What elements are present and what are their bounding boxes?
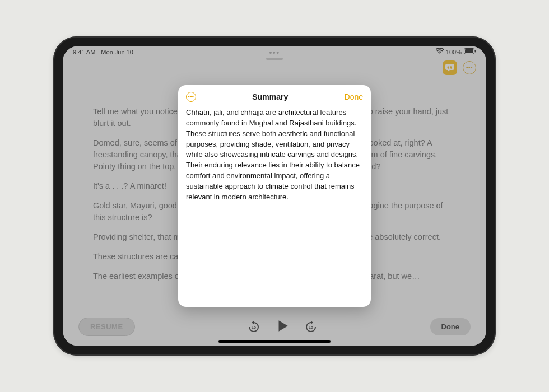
ipad-frame: 9:41 AM Mon Jun 10 100% ••• ••• (53, 36, 496, 356)
summary-modal: ••• Summary Done Chhatri, jali, and chha… (178, 85, 371, 307)
modal-more-button[interactable]: ••• (186, 92, 196, 102)
home-indicator[interactable] (218, 340, 331, 343)
summary-text: Chhatri, jali, and chhajja are architect… (186, 108, 363, 203)
modal-done-button[interactable]: Done (345, 92, 363, 101)
screen: 9:41 AM Mon Jun 10 100% ••• ••• (63, 46, 486, 346)
modal-title: Summary (252, 92, 288, 101)
